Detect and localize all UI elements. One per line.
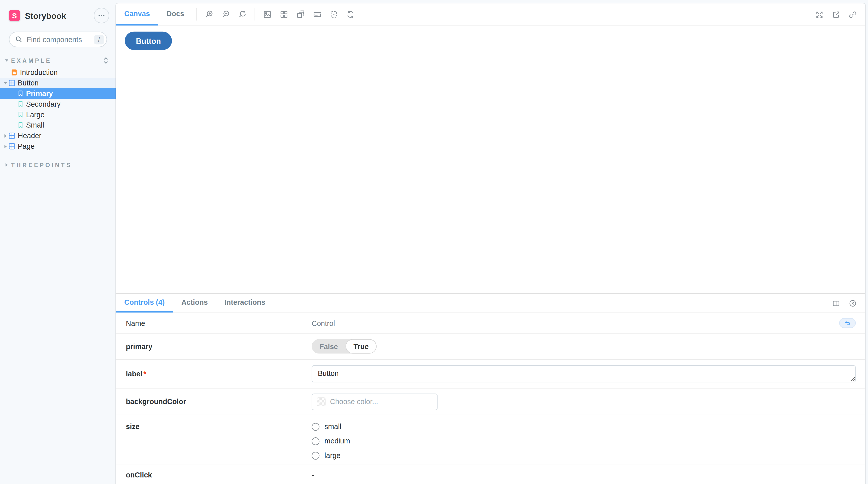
sidebar-item-label: Secondary [26, 100, 60, 108]
tab-docs[interactable]: Docs [158, 3, 192, 25]
radio-icon[interactable] [312, 437, 319, 445]
sidebar-item-label: Introduction [20, 68, 58, 77]
color-swatch-icon[interactable] [317, 397, 326, 406]
addon-tabs-right [828, 294, 865, 313]
toolbar-right [811, 3, 865, 25]
bookmark-icon [17, 111, 24, 118]
toggle-false-option[interactable]: False [312, 342, 346, 350]
arg-name: size [126, 423, 312, 431]
sidebar-item-primary[interactable]: Primary [0, 88, 116, 99]
tab-canvas[interactable]: Canvas [116, 3, 158, 25]
remount-button[interactable] [343, 3, 359, 25]
zoom-out-button[interactable] [218, 3, 234, 25]
collapse-all-button[interactable] [102, 57, 109, 64]
radio-option-medium[interactable]: medium [312, 437, 350, 445]
sidebar-item-header[interactable]: Header [0, 130, 116, 141]
controls-table-header: Name Control [116, 313, 865, 334]
grid-icon [280, 10, 288, 19]
component-icon [8, 143, 16, 150]
sidebar-menu-button[interactable] [94, 8, 109, 24]
zoom-reset-button[interactable] [235, 3, 250, 25]
sidebar-section-example[interactable]: EXAMPLE [0, 57, 116, 64]
panel-position-button[interactable] [828, 294, 843, 313]
arg-name: backgroundColor [126, 398, 312, 406]
outline-button[interactable] [326, 3, 342, 25]
component-icon [8, 79, 16, 87]
control-row-backgroundcolor: backgroundColor Choose color... [116, 389, 865, 415]
fullscreen-button[interactable] [811, 3, 827, 25]
copy-link-button[interactable] [844, 3, 860, 25]
search-placeholder: Find components [27, 35, 94, 44]
zoom-in-button[interactable] [201, 3, 217, 25]
copy-link-icon [848, 10, 857, 19]
component-icon [8, 132, 16, 139]
backgrounds-button[interactable] [260, 3, 275, 25]
boolean-toggle[interactable]: False True [312, 339, 376, 353]
measure-button[interactable] [310, 3, 325, 25]
viewport-button[interactable] [293, 3, 309, 25]
toolbar-divider [255, 8, 255, 21]
reset-controls-button[interactable] [839, 318, 856, 328]
radio-icon[interactable] [312, 423, 319, 431]
toggle-true-option[interactable]: True [346, 339, 376, 353]
sidebar-item-button[interactable]: Button [0, 78, 116, 88]
bookmark-icon [17, 121, 24, 129]
search-icon [15, 35, 23, 44]
addon-tabs: Controls (4) Actions Interactions [116, 294, 865, 313]
viewport-icon [296, 10, 305, 19]
label-text-input[interactable]: Button [312, 365, 856, 382]
sidebar-item-label: Header [18, 132, 41, 140]
sidebar-item-label: Button [18, 79, 38, 87]
chevron-right-icon [2, 134, 8, 137]
logo-letter: S [12, 11, 17, 20]
addon-panel: Controls (4) Actions Interactions [116, 293, 865, 484]
arg-name: label* [126, 370, 312, 378]
tab-controls[interactable]: Controls (4) [116, 294, 173, 313]
chevron-right-icon [3, 163, 9, 166]
arg-name: onClick [126, 471, 312, 479]
control-row-size: size small medium [116, 415, 865, 465]
open-external-button[interactable] [828, 3, 843, 25]
sidebar-item-introduction[interactable]: Introduction [0, 67, 116, 78]
sidebar-item-secondary[interactable]: Secondary [0, 99, 116, 109]
radio-option-large[interactable]: large [312, 451, 350, 460]
column-header-name: Name [126, 319, 312, 327]
tab-interactions[interactable]: Interactions [216, 294, 274, 313]
column-header-control: Control [312, 318, 865, 328]
search-input[interactable]: Find components / [9, 32, 107, 48]
zoom-in-icon [205, 10, 214, 19]
brand-row: S Storybook [0, 8, 116, 24]
sidebar-item-page[interactable]: Page [0, 141, 116, 151]
color-picker-input[interactable]: Choose color... [312, 393, 437, 410]
control-row-label: label* Button [116, 360, 865, 389]
zoom-reset-icon [238, 10, 247, 19]
measure-icon [313, 10, 322, 19]
document-icon [10, 69, 18, 76]
story-canvas: Button [116, 26, 865, 293]
storybook-logo: S [9, 10, 20, 21]
remount-icon [346, 10, 355, 19]
section-label: THREEPOINTS [11, 162, 72, 168]
grid-button[interactable] [276, 3, 292, 25]
search-shortcut-badge: / [94, 35, 103, 44]
radio-option-small[interactable]: small [312, 423, 350, 431]
open-external-icon [832, 10, 840, 19]
no-control-value: - [312, 471, 314, 479]
sidebar: S Storybook Find components / EXAMPLE [0, 0, 116, 484]
bookmark-icon [17, 101, 24, 108]
sidebar-item-label: Small [26, 121, 44, 129]
sidebar-item-small[interactable]: Small [0, 120, 116, 131]
sidebar-item-large[interactable]: Large [0, 109, 116, 120]
toolbar-divider [196, 8, 197, 21]
fullscreen-icon [815, 10, 824, 19]
sidebar-section-threepoints[interactable]: THREEPOINTS [0, 161, 116, 169]
close-panel-button[interactable] [844, 294, 860, 313]
story-primary-button[interactable]: Button [125, 32, 172, 50]
required-marker: * [143, 370, 146, 378]
preview-panel: Canvas Docs [116, 3, 865, 484]
canvas-toolbar: Canvas Docs [116, 3, 865, 26]
chevron-right-icon [2, 145, 8, 148]
tab-actions[interactable]: Actions [173, 294, 216, 313]
radio-icon[interactable] [312, 452, 319, 459]
control-row-primary: primary False True [116, 334, 865, 360]
